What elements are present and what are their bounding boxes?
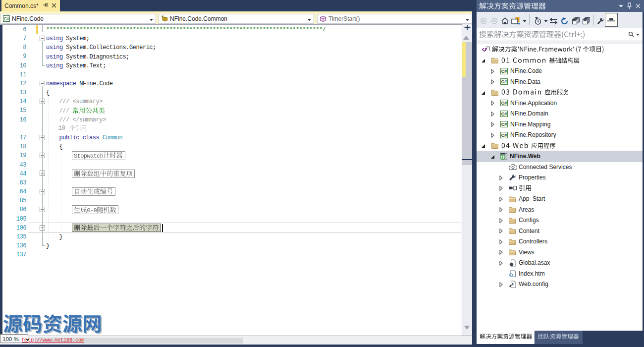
svg-text:C#: C# [501, 69, 507, 74]
svg-text:C#: C# [501, 133, 507, 138]
svg-text:C#: C# [501, 79, 507, 84]
svg-text:C#: C# [3, 16, 9, 21]
svg-text:C#: C# [501, 101, 507, 106]
svg-text:C#: C# [501, 122, 507, 127]
svg-text:C#: C# [501, 112, 507, 116]
